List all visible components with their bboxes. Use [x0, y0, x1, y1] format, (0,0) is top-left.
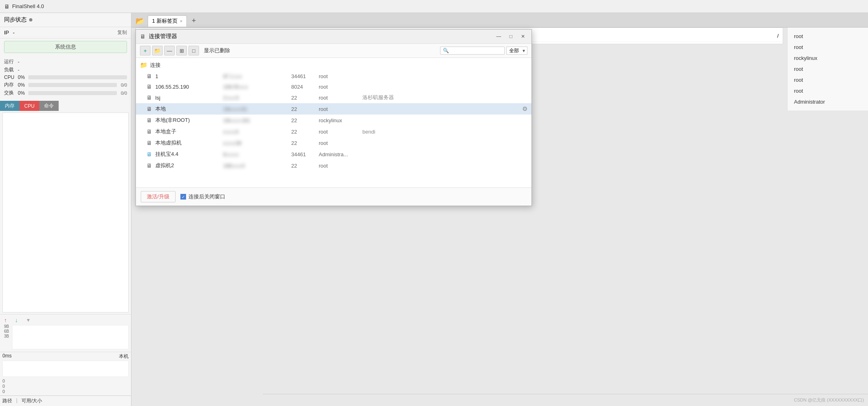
sysinfo-button[interactable]: 系统信息	[4, 41, 127, 53]
sidebar: 同步状态 IP - 复制 系统信息 运行 - 负载 - CPU 0%	[0, 13, 131, 406]
conn-user-1: root	[319, 84, 359, 90]
conn-name-1: 106.55.25.190	[155, 84, 220, 90]
copy-button[interactable]: 复制	[117, 29, 127, 36]
dialog-maximize-button[interactable]: □	[506, 32, 515, 41]
conn-row-2[interactable]: 🖥 lsj 2.x.x.5 22 root 洛杉矶服务器	[136, 92, 531, 103]
cpu-value: 0%	[18, 74, 26, 80]
network-arrows: ↑ ↓ ▼	[2, 316, 129, 324]
filter-select[interactable]: 全部	[506, 47, 527, 55]
conn-name-8: 虚拟机2	[155, 162, 220, 169]
sync-status-row: 同步状态	[0, 13, 131, 27]
cpu-label: CPU	[4, 74, 15, 80]
activate-button[interactable]: 激活/升级	[141, 191, 176, 202]
conn-name-5: 本地盒子	[155, 128, 220, 135]
conn-user-8: root	[319, 163, 359, 169]
conn-name-7: 挂机宝4.4	[155, 151, 220, 158]
scale-6b: 6B	[4, 329, 9, 334]
minus-conn-button[interactable]: —	[164, 46, 175, 55]
download-arrow-icon: ↓	[15, 317, 18, 323]
ping-val-2: 0	[2, 384, 129, 389]
conn-row-8[interactable]: 🖥 虚拟机2 168.x.x.0 22 root	[136, 160, 531, 171]
run-label: 运行	[4, 58, 15, 65]
swap-progress-bg	[28, 91, 117, 95]
conn-ip-1: 106.55.x.x	[223, 84, 288, 90]
sync-dot	[29, 18, 32, 21]
conn-user-5: root	[319, 129, 359, 135]
network-scale: 9B 6B 3B	[2, 324, 11, 350]
conn-row-0[interactable]: 🖥 1 87.1.x.x 34461 root	[136, 71, 531, 81]
conn-user-7: Administra...	[319, 151, 359, 157]
conn-row-4[interactable]: 🖥 本地(非ROOT) 19x.x.x.161 22 rockylinux	[136, 115, 531, 126]
close-after-checkbox[interactable]: ✓	[180, 194, 186, 200]
user-item-4: root	[788, 74, 868, 85]
run-value: -	[18, 59, 26, 65]
conn-row-3[interactable]: 🖥 本地 19x.x.x.61 22 root ⚙	[136, 103, 531, 115]
conn-row-1[interactable]: 🖥 106.55.25.190 106.55.x.x 8024 root	[136, 81, 531, 92]
close-after-checkbox-row: ✓ 连接后关闭窗口	[180, 193, 225, 200]
swap-ratio: 0/0	[121, 91, 127, 96]
user-item-6: Administrator	[788, 96, 868, 107]
load-value: -	[18, 67, 26, 73]
conn-row-6[interactable]: 🖥 本地虚拟机 x.x.x.08 22 root	[136, 137, 531, 149]
tab-cpu[interactable]: CPU	[19, 101, 39, 111]
scale-9b: 9B	[4, 324, 9, 329]
conn-port-7: 34461	[291, 151, 315, 157]
path-label: 路径	[2, 397, 12, 404]
conn-name-3: 本地	[155, 105, 220, 113]
ip-row: IP - 复制	[0, 27, 131, 38]
tab-add-button[interactable]: +	[188, 16, 199, 26]
conn-user-3: root	[319, 106, 359, 112]
search-icon: 🔍	[443, 48, 449, 53]
tab-close-icon[interactable]: ×	[180, 19, 182, 23]
conn-name-4: 本地(非ROOT)	[155, 117, 220, 124]
tab-new-tab[interactable]: 1 新标签页 ×	[148, 15, 187, 27]
user-item-3: root	[788, 64, 868, 74]
group-label: 连接	[150, 62, 161, 69]
copy-conn-button[interactable]: ⊞	[176, 46, 187, 55]
bg-conn-path: /	[777, 33, 779, 39]
server-icon-0: 🖥	[146, 73, 152, 79]
folder-conn-button[interactable]: 📁	[152, 46, 163, 55]
app-title: FinalShell 4.0	[12, 3, 44, 9]
conn-row-5[interactable]: 🖥 本地盒子 x.x.x.6 22 root bendi	[136, 126, 531, 137]
dialog-close-button[interactable]: ✕	[519, 32, 527, 41]
dialog-footer: 激活/升级 ✓ 连接后关闭窗口	[136, 187, 531, 206]
conn-port-0: 34461	[291, 73, 315, 79]
conn-user-2: root	[319, 95, 359, 101]
monitor-chart	[2, 113, 129, 312]
user-item-5: root	[788, 85, 868, 96]
right-user-list: root root rockylinux root root root Admi…	[787, 28, 868, 111]
checkbox-icon: □	[192, 48, 195, 54]
folder-icon-button[interactable]: 📂	[134, 15, 146, 27]
tab-cmd[interactable]: 命令	[39, 101, 59, 111]
dialog-title-bar: 🖥 连接管理器 — □ ✕	[136, 30, 531, 44]
conn-ip-7: 8.x.x.x	[223, 151, 288, 157]
ping-value: 0ms	[2, 353, 12, 360]
server-icon-3: 🖥	[146, 106, 152, 112]
add-conn-button[interactable]: +	[140, 46, 150, 55]
search-input[interactable]	[451, 48, 499, 53]
minus-icon: —	[167, 48, 172, 54]
expand-arrow-icon: ▼	[26, 317, 31, 323]
conn-note-5: bendi	[362, 129, 527, 135]
conn-user-0: root	[319, 73, 359, 79]
sync-label: 同步状态	[4, 16, 27, 23]
conn-note-2: 洛杉矶服务器	[362, 94, 527, 101]
status-bar: CSDN @亿无痕 (XXXXXXXXXX口)	[263, 394, 868, 406]
show-deleted-label[interactable]: 显示已删除	[201, 46, 233, 55]
swap-label: 交换	[4, 89, 15, 96]
server-icon-5: 🖥	[146, 128, 152, 135]
tab-mem[interactable]: 内存	[0, 101, 19, 111]
ip-label: IP	[4, 30, 9, 36]
checkbox-conn-button[interactable]: □	[188, 46, 199, 55]
settings-gear-icon[interactable]: ⚙	[522, 105, 527, 113]
server-icon-1: 🖥	[146, 83, 152, 90]
conn-port-4: 22	[291, 117, 315, 123]
conn-ip-6: x.x.x.08	[223, 140, 288, 146]
content-area: 📂 1 新标签页 × + 🖥 挂机宝4.4 / root root rockyl…	[131, 13, 868, 406]
cpu-progress-bg	[28, 75, 127, 79]
dialog-minimize-button[interactable]: —	[494, 32, 503, 41]
conn-row-7[interactable]: 🖥 挂机宝4.4 8.x.x.x 34461 Administra...	[136, 149, 531, 160]
conn-ip-0: 87.1.x.x	[223, 73, 288, 79]
csdn-label: CSDN @亿无痕 (XXXXXXXXXX口)	[794, 397, 864, 403]
